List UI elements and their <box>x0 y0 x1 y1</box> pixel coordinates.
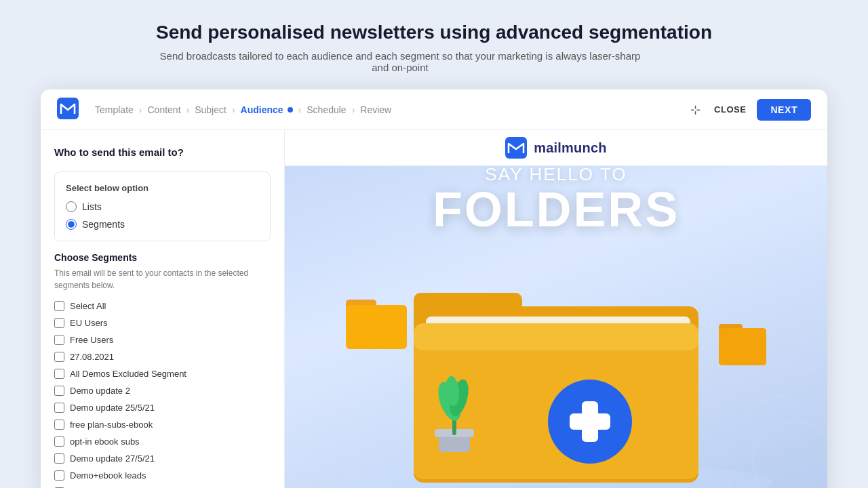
radio-lists-label: Lists <box>82 201 102 212</box>
folder-text-overlay: SAY HELLO TO FOLDERS <box>433 164 679 234</box>
radio-lists[interactable]: Lists <box>66 201 259 212</box>
radio-segments-label: Segments <box>82 219 125 230</box>
nav-step-audience[interactable]: Audience <box>241 104 293 115</box>
checkbox-label-all_demos: All Demos Excluded Segment <box>70 369 186 379</box>
checkbox-item-all_demos[interactable]: All Demos Excluded Segment <box>54 369 271 379</box>
preview-header: mailmunch <box>285 130 827 166</box>
nav-step-template[interactable]: Template <box>95 104 134 115</box>
nav-step-template-label: Template <box>95 104 134 115</box>
folder-scene: mailmunch <box>285 130 827 488</box>
checkbox-label-demo_ebook_leads: Demo+ebook leads <box>70 470 146 481</box>
modal-nav: Template › Content › Subject › Audience … <box>41 89 827 130</box>
checkbox-input-date_segment[interactable] <box>54 352 64 362</box>
checkbox-label-eu_users: EU Users <box>70 318 108 328</box>
checkbox-item-demo_update_25[interactable]: Demo update 25/5/21 <box>54 403 271 413</box>
checkbox-item-demo_update_2[interactable]: Demo update 2 <box>54 386 271 396</box>
checkbox-item-demo_ebook_leads[interactable]: Demo+ebook leads <box>54 470 271 481</box>
checkbox-item-eu_users[interactable]: EU Users <box>54 318 271 328</box>
nav-step-review[interactable]: Review <box>360 104 391 115</box>
radio-segments-input[interactable] <box>66 219 77 230</box>
nav-logo <box>57 98 79 122</box>
checkbox-input-eu_users[interactable] <box>54 318 64 328</box>
nav-steps: Template › Content › Subject › Audience … <box>95 104 688 115</box>
checkbox-item-free_users[interactable]: Free Users <box>54 335 271 345</box>
select-option-box: Select below option Lists Segments <box>54 171 271 241</box>
page-headline: Send personalised newsletters using adva… <box>156 22 712 43</box>
close-button[interactable]: CLOSE <box>714 104 746 115</box>
right-panel: mailmunch <box>285 130 827 488</box>
checkbox-label-select_all: Select All <box>70 301 106 311</box>
nav-step-schedule[interactable]: Schedule <box>307 104 346 115</box>
checkbox-input-free_plan_ebook[interactable] <box>54 420 64 430</box>
checkbox-input-opt_in_ebook[interactable] <box>54 436 64 447</box>
next-button[interactable]: NEXT <box>757 99 811 121</box>
select-option-label: Select below option <box>66 183 259 193</box>
checkbox-input-all_demos[interactable] <box>54 369 64 379</box>
checkbox-input-select_all[interactable] <box>54 301 64 311</box>
radio-group: Lists Segments <box>66 201 259 230</box>
checkbox-label-opt_in_ebook: opt-in ebook subs <box>70 436 140 447</box>
chevron-icon-3: › <box>232 104 235 115</box>
folder-illustration <box>319 252 793 488</box>
nav-step-review-label: Review <box>360 104 391 115</box>
folders-word-text: FOLDERS <box>433 185 679 234</box>
who-to-send-title: Who to send this email to? <box>54 146 271 158</box>
checkbox-item-free_plan_ebook[interactable]: free plan-subs-ebook <box>54 420 271 430</box>
checkbox-label-demo_update_25: Demo update 25/5/21 <box>70 403 155 413</box>
page-subheadline: Send broadcasts tailored to each audienc… <box>156 50 644 73</box>
checkbox-label-free_users: Free Users <box>70 335 113 345</box>
svg-rect-15 <box>719 328 766 365</box>
svg-rect-23 <box>570 413 610 430</box>
choose-segments-title: Choose Segments <box>54 252 271 263</box>
settings-icon: ⊹ <box>690 103 701 117</box>
nav-actions: ⊹ CLOSE NEXT <box>688 99 811 121</box>
checkbox-input-demo_update_27[interactable] <box>54 453 64 464</box>
settings-icon-button[interactable]: ⊹ <box>688 100 703 120</box>
radio-lists-input[interactable] <box>66 201 77 212</box>
checkbox-label-demo_update_27: Demo update 27/5/21 <box>70 453 155 464</box>
svg-rect-12 <box>346 305 407 349</box>
checkbox-input-demo_update_2[interactable] <box>54 386 64 396</box>
chevron-icon-4: › <box>298 104 302 115</box>
nav-step-subject-label: Subject <box>195 104 226 115</box>
nav-step-subject[interactable]: Subject <box>195 104 226 115</box>
nav-step-content[interactable]: Content <box>147 104 180 115</box>
modal-body: Who to send this email to? Select below … <box>41 130 827 488</box>
mailmunch-logo-icon <box>505 137 527 159</box>
active-dot <box>288 107 293 113</box>
page-header: Send personalised newsletters using adva… <box>142 0 726 89</box>
chevron-icon-2: › <box>186 104 190 115</box>
checkbox-list: Select AllEU UsersFree Users27.08.2021Al… <box>54 301 271 488</box>
choose-segments-desc: This email will be sent to your contacts… <box>54 267 271 291</box>
nav-step-schedule-label: Schedule <box>307 104 346 115</box>
folder-svg <box>319 252 793 488</box>
checkbox-label-free_plan_ebook: free plan-subs-ebook <box>70 420 153 430</box>
checkbox-input-demo_update_25[interactable] <box>54 403 64 413</box>
checkbox-item-demo_update_27[interactable]: Demo update 27/5/21 <box>54 453 271 464</box>
checkbox-item-opt_in_ebook[interactable]: opt-in ebook subs <box>54 436 271 447</box>
left-panel: Who to send this email to? Select below … <box>41 130 285 488</box>
modal: Template › Content › Subject › Audience … <box>41 89 827 488</box>
chevron-icon-1: › <box>139 104 142 115</box>
mailmunch-brand-label: mailmunch <box>534 140 606 156</box>
checkbox-input-free_users[interactable] <box>54 335 64 345</box>
checkbox-label-demo_update_2: Demo update 2 <box>70 386 130 396</box>
radio-segments[interactable]: Segments <box>66 219 259 230</box>
svg-rect-20 <box>414 323 698 350</box>
checkbox-item-date_segment[interactable]: 27.08.2021 <box>54 352 271 362</box>
checkbox-input-demo_ebook_leads[interactable] <box>54 470 64 481</box>
nav-step-audience-label: Audience <box>241 104 283 115</box>
chevron-icon-5: › <box>352 104 355 115</box>
checkbox-item-select_all[interactable]: Select All <box>54 301 271 311</box>
choose-segments-box: Choose Segments This email will be sent … <box>54 252 271 488</box>
nav-step-content-label: Content <box>147 104 180 115</box>
checkbox-label-date_segment: 27.08.2021 <box>70 352 114 362</box>
